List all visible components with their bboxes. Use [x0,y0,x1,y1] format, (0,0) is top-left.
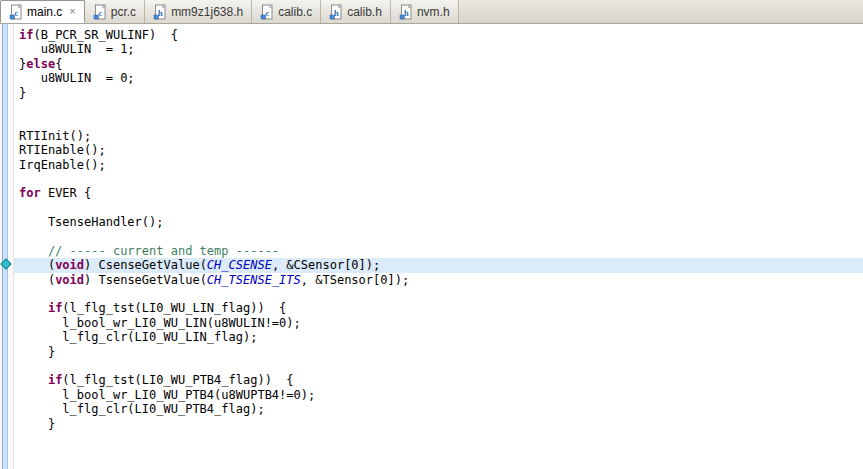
code-line[interactable]: } [14,417,863,431]
editor-content: if(B_PCR_SR_WULINF) { u8WULIN = 1;}else{… [0,24,863,469]
close-icon[interactable]: × [69,6,75,17]
editor-tab-mm9z1j638.h[interactable]: hmm9z1j638.h [145,0,252,23]
editor-tabbar: cmain.c×cpcr.chmm9z1j638.hccalib.chcalib… [0,0,863,24]
code-line[interactable]: } [14,345,863,359]
code-line[interactable]: l_bool_wr_LI0_WU_LIN(u8WULIN!=0); [14,316,863,330]
editor-tab-calib.c[interactable]: ccalib.c [252,0,321,23]
editor-tab-label: nvm.h [417,5,450,19]
code-line[interactable]: if(B_PCR_SR_WULINF) { [14,28,863,42]
code-line[interactable]: } [14,86,863,100]
code-line[interactable] [14,359,863,373]
code-line[interactable]: u8WULIN = 1; [14,42,863,56]
annotation-ruler[interactable] [0,24,14,469]
code-line[interactable]: // ----- current and temp ------ [14,244,863,258]
editor-tab-label: mm9z1j638.h [171,5,243,19]
svg-text:c: c [266,7,270,17]
code-line[interactable]: }else{ [14,57,863,71]
code-line[interactable]: u8WULIN = 0; [14,71,863,85]
code-line[interactable]: TsenseHandler(); [14,215,863,229]
code-line[interactable] [14,172,863,186]
code-line[interactable] [14,114,863,128]
c-file-icon: c [260,4,274,20]
code-line[interactable] [14,201,863,215]
h-file-icon: h [399,4,413,20]
h-file-icon: h [153,4,167,20]
editor-tab-label: calib.c [278,5,312,19]
code-line[interactable]: l_flg_clr(LI0_WU_LIN_flag); [14,330,863,344]
editor-tab-pcr.c[interactable]: cpcr.c [85,0,145,23]
code-line[interactable] [14,229,863,243]
codewarrior-window: 010(Active)▼▼▼▼▼▼▼▼▼▼▼ CodeWarrior Proje… [0,0,863,469]
code-line[interactable]: if(l_flg_tst(LI0_WU_PTB4_flag)) { [14,373,863,387]
code-line[interactable]: (void) TsenseGetValue(CH_TSENSE_ITS, &TS… [14,273,863,287]
editor-tab-main.c[interactable]: cmain.c× [0,0,85,23]
svg-text:h: h [404,7,409,17]
editor-tab-label: pcr.c [111,5,136,19]
code-line[interactable]: RTIEnable(); [14,143,863,157]
svg-text:h: h [158,7,163,17]
code-editor[interactable]: if(B_PCR_SR_WULINF) { u8WULIN = 1;}else{… [14,24,863,469]
code-line[interactable] [14,100,863,114]
c-file-icon: c [93,4,107,20]
code-line[interactable]: IrqEnable(); [14,158,863,172]
code-line[interactable]: (void) CsenseGetValue(CH_CSENSE, &CSenso… [14,258,863,272]
c-file-icon: c [9,4,23,20]
svg-text:c: c [98,7,102,17]
code-line[interactable]: if(l_flg_tst(LI0_WU_LIN_flag)) { [14,301,863,315]
code-line[interactable]: l_flg_clr(LI0_WU_PTB4_flag); [14,402,863,416]
editor-tab-label: calib.h [347,5,382,19]
editor-tab-nvm.h[interactable]: hnvm.h [391,0,459,23]
range-indicator [2,24,8,469]
editor-area: cmain.c×cpcr.chmm9z1j638.hccalib.chcalib… [0,0,525,431]
editor-tab-label: main.c [27,5,62,19]
editor-tab-calib.h[interactable]: hcalib.h [321,0,391,23]
code-line[interactable]: RTIInit(); [14,129,863,143]
code-line[interactable]: for EVER { [14,186,863,200]
code-line[interactable] [14,287,863,301]
code-line[interactable]: l_bool_wr_LI0_WU_PTB4(u8WUPTB4!=0); [14,388,863,402]
h-file-icon: h [329,4,343,20]
svg-text:c: c [15,7,19,17]
svg-text:h: h [334,7,339,17]
